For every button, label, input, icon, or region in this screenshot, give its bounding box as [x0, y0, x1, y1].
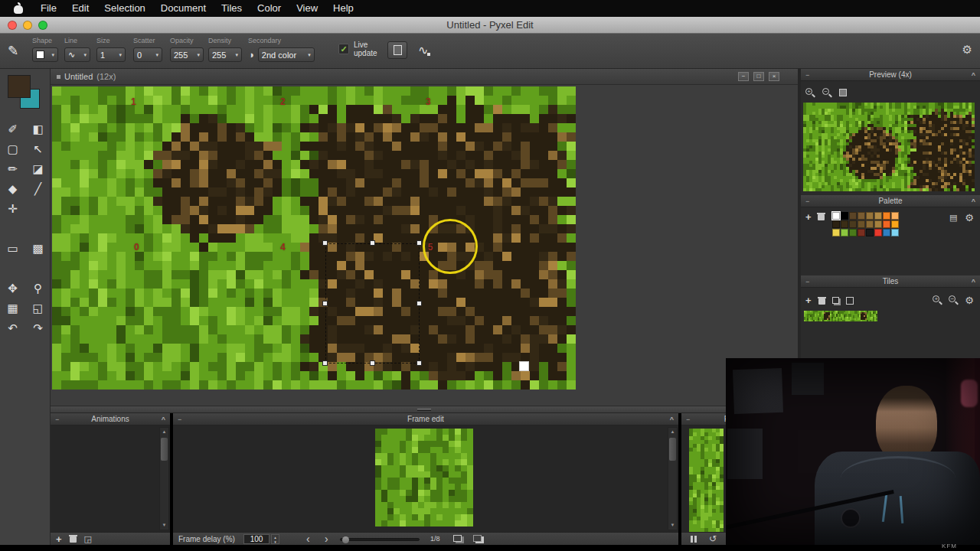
line-dropdown[interactable]: ∿ ▾ [64, 47, 90, 62]
palette-swatch[interactable] [832, 220, 840, 228]
line-tool-icon[interactable]: ╱ [34, 182, 41, 195]
selection-handle[interactable] [370, 240, 375, 246]
panel-toggle-button[interactable] [387, 41, 407, 59]
density-dropdown[interactable]: 255 ▾ [208, 47, 242, 62]
palette-swatch[interactable] [832, 229, 840, 236]
undo-tool-icon[interactable]: ↶ [8, 321, 18, 334]
selection-handle[interactable] [322, 301, 328, 306]
frame-tile-canvas[interactable] [375, 429, 473, 527]
wand-select-tool-icon[interactable]: ↖ [33, 142, 43, 155]
settings-gear-icon[interactable]: ⚙ [962, 43, 972, 57]
panel-expand-icon[interactable]: ^ [162, 416, 165, 423]
doc-close-icon[interactable]: × [769, 72, 779, 81]
secondary-color-icon[interactable]: ◑ [248, 49, 254, 60]
palette-swatch[interactable] [849, 220, 857, 228]
menu-item-color[interactable]: Color [250, 0, 289, 17]
pen-tool-icon[interactable]: ✎ [8, 43, 18, 59]
palette-swatch[interactable] [891, 229, 899, 236]
palette-swatch[interactable] [858, 220, 865, 228]
loop-button[interactable]: ↺ [709, 533, 717, 544]
menu-item-tiles[interactable]: Tiles [214, 0, 250, 17]
selection-handle[interactable] [322, 240, 328, 246]
selection-handle[interactable] [322, 360, 328, 366]
close-window-button[interactable] [8, 21, 17, 30]
palette-swatch[interactable] [891, 220, 899, 228]
horizontal-splitter[interactable] [51, 406, 798, 413]
pan-tool-icon[interactable]: ✥ [8, 282, 18, 295]
menu-item-help[interactable]: Help [325, 0, 361, 17]
palette-swatch[interactable] [858, 229, 865, 236]
frame-slider[interactable] [340, 538, 420, 541]
palette-settings-icon[interactable]: ⚙ [965, 212, 974, 223]
pencil-tool-icon[interactable]: ✏ [8, 162, 18, 175]
palette-swatch[interactable] [891, 212, 899, 220]
frame-scrollbar[interactable]: ▲ ▼ [668, 427, 678, 530]
zoom-tool-icon[interactable]: ⚲ [34, 282, 42, 295]
shape-dropdown[interactable]: ▾ [32, 47, 58, 62]
animations-scrollbar[interactable]: ▲ ▼ [159, 427, 169, 530]
panel-expand-icon[interactable]: ^ [972, 278, 975, 285]
add-color-button[interactable]: + [805, 212, 812, 222]
preview-actual-size-icon[interactable] [839, 89, 847, 96]
frame-delay-input[interactable] [243, 534, 270, 544]
apple-menu-icon[interactable] [14, 3, 24, 14]
scatter-dropdown[interactable]: 0 ▾ [133, 47, 162, 62]
menu-item-file[interactable]: File [33, 0, 64, 17]
scroll-up-arrow[interactable]: ▲ [160, 428, 168, 436]
opacity-dropdown[interactable]: 255 ▾ [170, 47, 204, 62]
tiles-settings-icon[interactable]: ⚙ [965, 295, 974, 306]
palette-swatch[interactable] [841, 229, 848, 236]
onion-skin-prev-icon[interactable] [453, 535, 462, 542]
add-tile-button[interactable]: + [805, 295, 812, 305]
tile-grid-tool-icon[interactable]: ▦ [7, 302, 18, 315]
palette-list-icon[interactable]: ▤ [949, 213, 957, 223]
selection-handle[interactable] [416, 360, 422, 366]
menu-item-view[interactable]: View [289, 0, 325, 17]
size-dropdown[interactable]: 1 ▾ [96, 47, 126, 62]
live-update-checkbox[interactable]: ✓ [338, 44, 349, 54]
minimize-window-button[interactable] [23, 21, 32, 30]
dither-tool-icon[interactable]: ▩ [32, 242, 43, 255]
rect-shape-tool-icon[interactable]: ▭ [7, 242, 18, 255]
stepper-down-icon[interactable]: ▾ [272, 540, 279, 544]
tile-select-tool-icon[interactable]: ◱ [32, 302, 43, 315]
palette-swatch[interactable] [883, 229, 890, 236]
palette-swatch[interactable] [866, 220, 874, 228]
palette-swatch[interactable] [874, 212, 882, 220]
doc-maximize-icon[interactable]: □ [753, 72, 764, 81]
scroll-up-arrow[interactable]: ▲ [668, 428, 677, 436]
frame-delay-stepper[interactable]: ▴ ▾ [271, 534, 279, 544]
curve-lasso-icon[interactable]: ∿ [418, 43, 428, 57]
menu-item-edit[interactable]: Edit [64, 0, 96, 17]
selection-handle[interactable] [370, 360, 375, 366]
scrollbar-thumb[interactable] [669, 438, 676, 461]
menu-item-selection[interactable]: Selection [96, 0, 152, 17]
doc-minimize-icon[interactable]: − [738, 72, 749, 81]
scrollbar-thumb[interactable] [161, 438, 168, 461]
palette-swatch[interactable] [858, 212, 865, 220]
zoom-window-button[interactable] [38, 21, 47, 30]
onion-skin-next-icon[interactable] [473, 535, 482, 542]
add-animation-button[interactable]: + [56, 534, 62, 544]
palette-swatch[interactable] [849, 212, 857, 220]
blank-tile-icon[interactable] [846, 297, 854, 305]
eyedropper-tool-icon[interactable]: ✛ [8, 202, 18, 215]
primary-color-swatch[interactable] [8, 75, 31, 98]
document-tab-title[interactable]: Untitled [64, 72, 93, 81]
palette-swatch[interactable] [883, 220, 890, 228]
preview-canvas[interactable] [803, 103, 975, 191]
scroll-down-arrow[interactable]: ▼ [668, 521, 677, 530]
previous-frame-button[interactable]: ‹ [306, 533, 310, 545]
palette-swatch[interactable] [883, 212, 890, 220]
frame-slider-knob[interactable] [342, 536, 349, 543]
redo-tool-icon[interactable]: ↷ [33, 321, 43, 334]
fill-tool-icon[interactable]: ◆ [8, 182, 18, 195]
menu-item-document[interactable]: Document [153, 0, 214, 17]
delete-animation-button[interactable] [70, 534, 77, 543]
scroll-down-arrow[interactable]: ▼ [160, 521, 168, 530]
tiles-zoom-in-icon[interactable] [933, 295, 942, 305]
palette-swatch[interactable] [841, 212, 848, 220]
delete-tile-button[interactable] [818, 296, 825, 305]
palette-swatch[interactable] [832, 212, 840, 220]
panel-expand-icon[interactable]: ^ [972, 197, 975, 205]
